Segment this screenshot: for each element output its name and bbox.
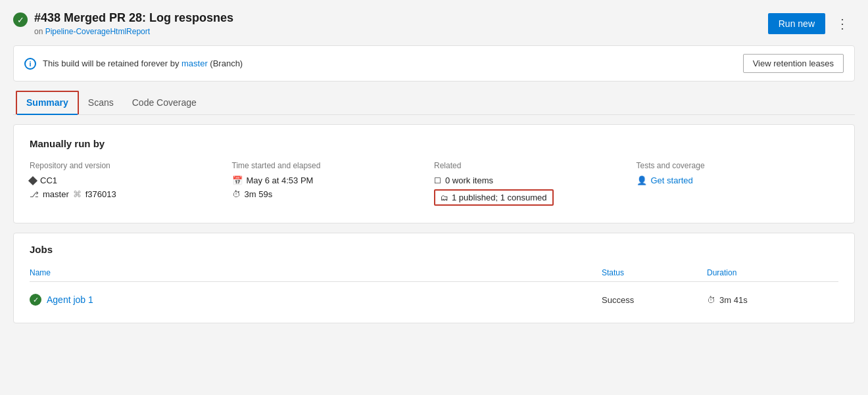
- person-icon: 👤: [637, 175, 647, 185]
- commit-separator: ⌘: [73, 189, 82, 199]
- related-col: Related ☐ 0 work items 🗂 1 published; 1 …: [434, 161, 637, 210]
- artifacts-row: 🗂 1 published; 1 consumed: [434, 189, 623, 206]
- header-left: ✓ #438 Merged PR 28: Log resposnes on Pi…: [13, 11, 233, 36]
- job-duration-value: 3m 41s: [719, 295, 748, 305]
- banner-left: i This build will be retained forever by…: [24, 58, 243, 70]
- summary-title: Manually run by: [30, 138, 838, 149]
- elapsed-time: 3m 59s: [245, 189, 273, 199]
- get-started-row: 👤 Get started: [637, 175, 826, 185]
- tab-code-coverage[interactable]: Code Coverage: [123, 92, 206, 114]
- master-link[interactable]: master: [181, 58, 208, 68]
- related-label: Related: [434, 161, 623, 170]
- commit-hash: f376013: [85, 189, 116, 199]
- branch-name: master: [43, 189, 69, 199]
- job-duration-cell: ⏱ 3m 41s: [707, 295, 838, 305]
- repo-name: CC1: [40, 175, 57, 185]
- artifacts-highlight: 🗂 1 published; 1 consumed: [434, 189, 554, 206]
- branch-icon: ⎇: [30, 190, 39, 199]
- run-new-button[interactable]: Run new: [768, 13, 825, 34]
- branch-commit-row: ⎇ master ⌘ f376013: [30, 189, 219, 199]
- page-header: ✓ #438 Merged PR 28: Log resposnes on Pi…: [13, 11, 855, 36]
- summary-grid: Repository and version CC1 ⎇ master ⌘ f3…: [30, 161, 838, 210]
- tab-scans[interactable]: Scans: [79, 92, 123, 114]
- header-subtitle: on Pipeline-CoverageHtmlReport: [34, 27, 233, 36]
- repo-diamond-icon: [28, 176, 37, 185]
- calendar-icon: 📅: [232, 175, 243, 185]
- repo-version-label: Repository and version: [30, 161, 219, 170]
- jobs-card: Jobs Name Status Duration ✓ Agent job 1 …: [13, 233, 855, 323]
- col-status-header: Status: [602, 268, 707, 277]
- col-name-header: Name: [30, 268, 602, 277]
- job-name-cell: ✓ Agent job 1: [30, 294, 602, 306]
- header-actions: Run new ⋮: [768, 13, 855, 34]
- tabs-bar: Summary Scans Code Coverage: [13, 91, 855, 115]
- duration-clock-icon: ⏱: [707, 295, 715, 305]
- table-row: ✓ Agent job 1 Success ⏱ 3m 41s: [30, 287, 838, 312]
- work-items-count: 0 work items: [445, 175, 493, 185]
- start-time-row: 📅 May 6 at 4:53 PM: [232, 175, 422, 185]
- banner-text: This build will be retained forever by m…: [43, 58, 243, 68]
- page-title: #438 Merged PR 28: Log resposnes: [34, 11, 233, 26]
- summary-card: Manually run by Repository and version C…: [13, 124, 855, 223]
- repo-version-col: Repository and version CC1 ⎇ master ⌘ f3…: [30, 161, 232, 210]
- success-icon: ✓: [13, 12, 28, 27]
- job-success-icon: ✓: [30, 294, 41, 306]
- work-items-icon: ☐: [434, 176, 441, 185]
- time-col: Time started and elapsed 📅 May 6 at 4:53…: [232, 161, 435, 210]
- job-status-cell: Success: [602, 295, 707, 305]
- col-duration-header: Duration: [707, 268, 838, 277]
- pipeline-link[interactable]: Pipeline-CoverageHtmlReport: [45, 27, 150, 36]
- job-name[interactable]: Agent job 1: [47, 294, 93, 305]
- artifacts-count: 1 published; 1 consumed: [452, 193, 547, 202]
- clock-icon: ⏱: [232, 189, 241, 199]
- elapsed-row: ⏱ 3m 59s: [232, 189, 422, 199]
- more-options-button[interactable]: ⋮: [831, 13, 855, 34]
- jobs-table-header: Name Status Duration: [30, 264, 838, 282]
- tests-label: Tests and coverage: [637, 161, 826, 170]
- tab-summary[interactable]: Summary: [16, 91, 79, 114]
- repo-name-row: CC1: [30, 175, 219, 185]
- info-icon: i: [24, 58, 36, 70]
- jobs-title: Jobs: [30, 244, 838, 255]
- view-retention-leases-button[interactable]: View retention leases: [743, 54, 844, 73]
- header-info: #438 Merged PR 28: Log resposnes on Pipe…: [34, 11, 233, 36]
- tests-col: Tests and coverage 👤 Get started: [637, 161, 839, 210]
- get-started-link[interactable]: Get started: [651, 175, 693, 185]
- retention-banner: i This build will be retained forever by…: [13, 45, 855, 81]
- start-time: May 6 at 4:53 PM: [247, 175, 314, 185]
- artifacts-icon: 🗂: [441, 193, 448, 202]
- time-label: Time started and elapsed: [232, 161, 422, 170]
- work-items-row: ☐ 0 work items: [434, 175, 623, 185]
